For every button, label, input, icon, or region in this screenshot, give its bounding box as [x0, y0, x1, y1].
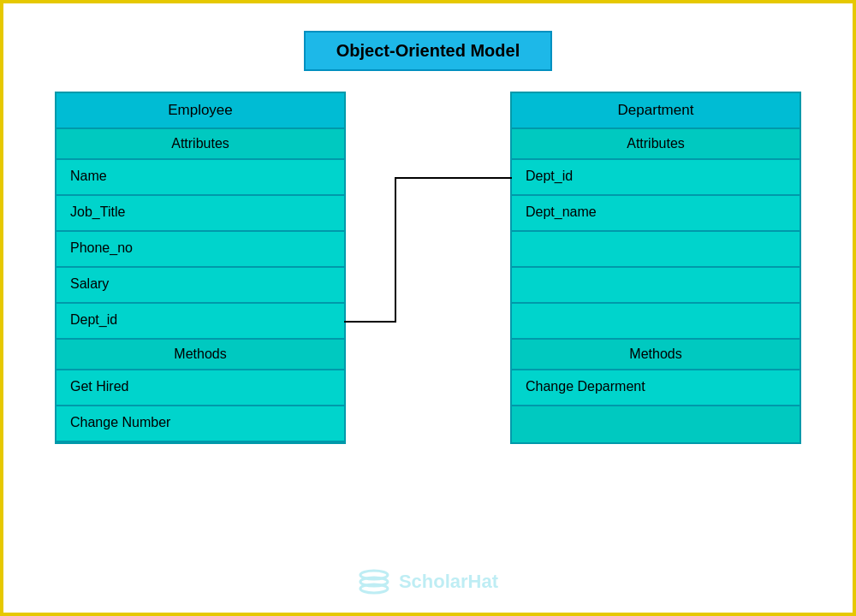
- watermark-text: ScholarHat: [399, 571, 498, 593]
- svg-point-2: [360, 584, 388, 593]
- employee-method-changenumber: Change Number: [56, 406, 344, 442]
- employee-header: Employee: [56, 93, 344, 129]
- department-class-box: Department Attributes Dept_id Dept_name …: [510, 92, 801, 444]
- employee-attr-jobtitle: Job_Title: [56, 196, 344, 232]
- employee-methods-label: Methods: [56, 340, 344, 370]
- employee-attr-phoneno: Phone_no: [56, 232, 344, 268]
- employee-attributes-label: Attributes: [56, 129, 344, 160]
- department-attr-empty2: [512, 268, 800, 304]
- watermark-icon: [358, 568, 390, 595]
- employee-attr-salary: Salary: [56, 268, 344, 304]
- department-header: Department: [512, 93, 800, 129]
- page-title: Object-Oriented Model: [304, 31, 552, 71]
- employee-class-box: Employee Attributes Name Job_Title Phone…: [55, 92, 346, 444]
- department-method-changedept: Change Deparment: [512, 370, 800, 406]
- department-attributes-label: Attributes: [512, 129, 800, 160]
- employee-attr-name: Name: [56, 160, 344, 196]
- department-attr-deptid: Dept_id: [512, 160, 800, 196]
- employee-attr-deptid: Dept_id: [56, 304, 344, 340]
- department-attr-empty3: [512, 304, 800, 340]
- department-attr-empty1: [512, 232, 800, 268]
- employee-method-gethired: Get Hired: [56, 370, 344, 406]
- watermark: ScholarHat: [358, 568, 498, 595]
- department-attr-deptname: Dept_name: [512, 196, 800, 232]
- department-methods-label: Methods: [512, 340, 800, 370]
